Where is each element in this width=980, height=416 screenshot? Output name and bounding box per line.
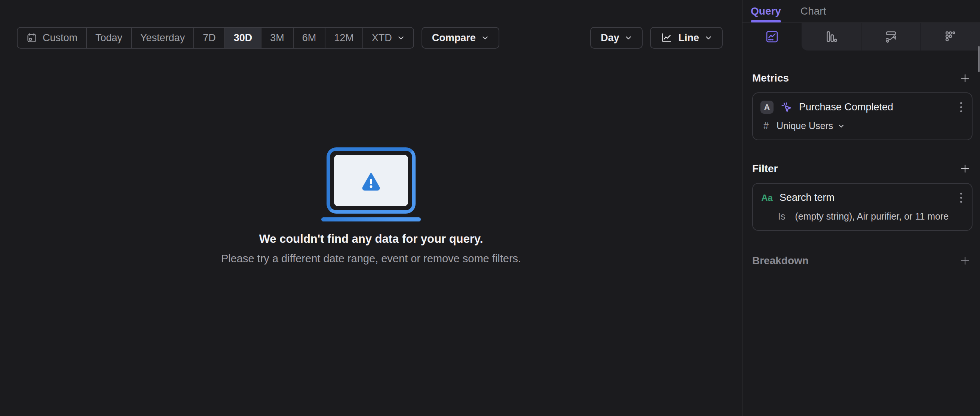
breakdown-heading: Breakdown <box>752 255 809 267</box>
chart-toolbar: Custom Today Yesterday 7D 30D 3M 6M 12M … <box>17 27 723 49</box>
filter-values[interactable]: (empty string), Air purifier, or 11 more <box>795 211 948 222</box>
event-click-icon <box>780 100 793 114</box>
date-range-xtd-dropdown[interactable]: XTD <box>363 28 413 48</box>
date-range-30d-selected[interactable]: 30D <box>224 28 261 48</box>
add-metric-button[interactable] <box>958 71 972 86</box>
metrics-section-header: Metrics <box>752 71 972 86</box>
metrics-heading: Metrics <box>752 72 789 84</box>
compare-button[interactable]: Compare <box>422 27 500 49</box>
metric-card-row: A Purchase Completed <box>760 100 964 115</box>
laptop-illustration <box>326 147 415 214</box>
chevron-down-icon <box>397 34 405 41</box>
filter-operator[interactable]: Is <box>778 211 785 222</box>
chevron-down-icon <box>481 34 489 41</box>
query-builder-content: Metrics A Purchase Completed # <box>743 71 980 268</box>
sidebar-tab-bar: Query Chart <box>743 0 980 23</box>
filter-card[interactable]: Aa Search term Is (empty string), Air pu… <box>752 183 972 231</box>
retention-tab[interactable] <box>921 23 980 51</box>
filter-property-name[interactable]: Search term <box>780 192 835 204</box>
metric-letter-badge: A <box>760 100 773 114</box>
breakdown-section-header: Breakdown <box>752 253 972 268</box>
query-builder-sidebar: Query Chart <box>742 0 980 416</box>
filter-more-menu[interactable] <box>958 190 964 205</box>
string-type-badge: Aa <box>760 193 773 203</box>
tab-query[interactable]: Query <box>751 0 781 22</box>
laptop-screen <box>334 155 408 206</box>
metric-card[interactable]: A Purchase Completed # Unique Users <box>752 92 972 140</box>
metric-event-name[interactable]: Purchase Completed <box>799 101 893 113</box>
metric-aggregation-row: # Unique Users <box>760 120 964 131</box>
date-range-7d[interactable]: 7D <box>193 28 224 48</box>
add-breakdown-button[interactable] <box>958 253 972 268</box>
insights-tab[interactable] <box>743 23 802 51</box>
date-range-custom[interactable]: Custom <box>18 28 86 48</box>
date-range-control: Custom Today Yesterday 7D 30D 3M 6M 12M … <box>17 27 414 49</box>
chart-type-dropdown[interactable]: Line <box>650 27 723 49</box>
empty-state-subtitle: Please try a different date range, event… <box>221 252 521 265</box>
count-symbol: # <box>764 120 768 131</box>
add-filter-button[interactable] <box>958 161 972 176</box>
date-range-3m[interactable]: 3M <box>261 28 293 48</box>
date-range-label: Custom <box>43 32 78 44</box>
laptop-base <box>321 217 421 222</box>
calendar-icon <box>26 32 37 43</box>
bar-chart-icon <box>824 30 838 44</box>
warning-triangle-icon <box>360 170 382 191</box>
flows-tab[interactable] <box>861 23 921 51</box>
toolbar-right-group: Day Line <box>590 27 723 49</box>
interval-dropdown[interactable]: Day <box>590 27 643 49</box>
chevron-down-icon <box>705 34 712 41</box>
toolbar-left-group: Custom Today Yesterday 7D 30D 3M 6M 12M … <box>17 27 500 49</box>
funnels-tab[interactable] <box>802 23 861 51</box>
chevron-down-icon <box>625 34 632 41</box>
date-range-yesterday[interactable]: Yesterday <box>131 28 193 48</box>
date-range-6m[interactable]: 6M <box>293 28 325 48</box>
aggregation-dropdown[interactable]: Unique Users <box>776 120 845 131</box>
filter-card-row: Aa Search term <box>760 190 964 205</box>
chevron-down-icon <box>838 123 845 129</box>
metric-more-menu[interactable] <box>958 100 964 115</box>
analysis-type-tabs <box>743 23 980 51</box>
empty-state-title: We couldn't find any data for your query… <box>259 232 483 246</box>
tab-chart[interactable]: Chart <box>800 0 826 22</box>
empty-state: We couldn't find any data for your query… <box>0 147 742 265</box>
date-range-12m[interactable]: 12M <box>325 28 363 48</box>
dots-grid-icon <box>943 30 958 44</box>
line-chart-icon <box>660 32 673 44</box>
sidebar-scrollbar[interactable] <box>978 46 980 72</box>
filter-condition-row: Is (empty string), Air purifier, or 11 m… <box>760 211 964 222</box>
filter-heading: Filter <box>752 163 778 175</box>
filter-section-header: Filter <box>752 161 972 176</box>
date-range-today[interactable]: Today <box>86 28 131 48</box>
chart-canvas: Custom Today Yesterday 7D 30D 3M 6M 12M … <box>0 0 742 416</box>
flow-icon <box>884 30 898 44</box>
line-chart-icon <box>765 30 779 44</box>
